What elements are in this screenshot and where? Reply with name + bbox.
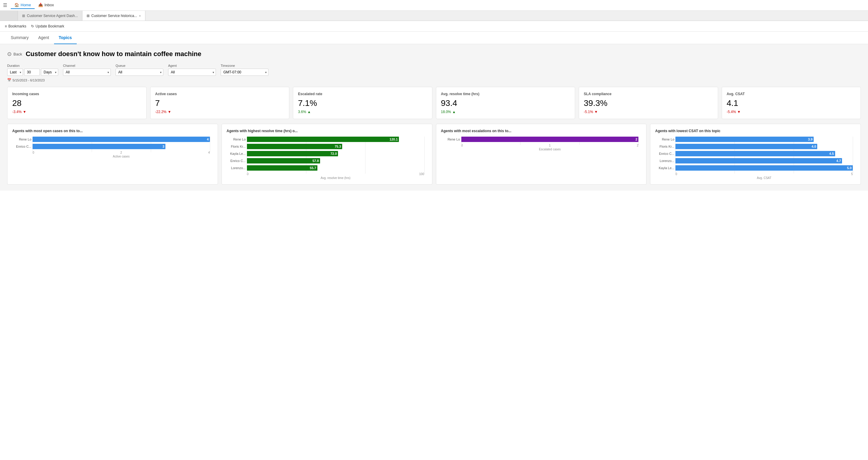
- queue-filter: Queue All: [116, 64, 163, 76]
- bar-label: Lorenzo...: [655, 158, 674, 163]
- update-icon: ↻: [31, 24, 34, 28]
- chart-card: Agents with lowest CSAT on this topic Re…: [650, 124, 861, 185]
- hamburger-icon[interactable]: ☰: [3, 2, 7, 8]
- inbox-label: Inbox: [44, 3, 54, 7]
- update-bookmark-button[interactable]: ↻ Update Bookmark: [31, 24, 64, 28]
- bar: 4: [33, 137, 210, 142]
- tab2-icon: ⊞: [87, 14, 90, 18]
- channel-filter: Channel All: [63, 64, 111, 76]
- chart-card: Agents with most open cases on this to..…: [7, 124, 218, 185]
- queue-select[interactable]: All: [116, 69, 163, 76]
- kpi-change: -3.4% ▼: [12, 110, 142, 114]
- bar: 120.1: [247, 137, 399, 142]
- agent-select[interactable]: All: [168, 69, 216, 76]
- kpi-value: 93.4: [441, 98, 570, 108]
- tab-topics[interactable]: Topics: [54, 32, 77, 44]
- bookmarks-button[interactable]: ≡ Bookmarks: [5, 24, 26, 28]
- back-button[interactable]: ⊙ Back: [7, 51, 22, 57]
- chart-title: Agents with most escalations on this to.…: [441, 129, 642, 133]
- channel-select[interactable]: All: [63, 69, 111, 76]
- bar-row: Enrico C... 57.8: [247, 158, 424, 163]
- kpi-card: Avg. CSAT 4.1 -5.4% ▼: [722, 87, 861, 119]
- kpi-arrow-icon: ▼: [594, 110, 598, 114]
- bar-label: Floris Kr...: [655, 144, 674, 149]
- axis-title: Active cases: [33, 155, 210, 158]
- axis-label: 0: [675, 172, 677, 176]
- bar-label: Enrico C...: [227, 158, 246, 163]
- tab-agent-dash[interactable]: ⊞ Customer Service Agent Dash...: [18, 11, 83, 21]
- filters: Duration Last Days Chann: [7, 64, 861, 76]
- bar-label: Kayla Le...: [227, 151, 246, 156]
- kpi-change-value: -5.4%: [727, 110, 736, 114]
- axis-label: 100: [419, 172, 424, 176]
- bar-value: 2: [636, 137, 637, 141]
- timezone-select[interactable]: GMT-07:00: [221, 69, 269, 76]
- bar-label: Floris Kr...: [227, 144, 246, 149]
- bar-label: Enrico C...: [12, 144, 31, 149]
- bar-row: Rene Lo 3.9: [675, 137, 853, 142]
- chart-card: Agents with highest resolve time (hrs) o…: [222, 124, 432, 185]
- kpi-value: 7: [155, 98, 284, 108]
- chart-title: Agents with highest resolve time (hrs) o…: [227, 129, 427, 133]
- days-select[interactable]: Days: [41, 69, 58, 76]
- kpi-label: Avg. CSAT: [727, 92, 856, 96]
- agent-filter: Agent All: [168, 64, 216, 76]
- axis-label: 0: [33, 151, 34, 154]
- back-label: Back: [13, 52, 22, 56]
- kpi-change: -5.4% ▼: [727, 110, 856, 114]
- bar-value: 5.0: [847, 166, 851, 170]
- axis-label: 2: [120, 151, 122, 154]
- kpi-row: Incoming cases 28 -3.4% ▼ Active cases 7…: [7, 87, 861, 119]
- inbox-icon: 📥: [38, 3, 43, 7]
- kpi-value: 39.3%: [584, 98, 713, 108]
- bar-row: Rene Lo 120.1: [247, 137, 424, 142]
- bar-value: 72.0: [331, 152, 337, 156]
- tab-agent[interactable]: Agent: [33, 32, 54, 44]
- duration-input[interactable]: [24, 69, 40, 76]
- channel-label: Channel: [63, 64, 111, 67]
- axis-label: 5: [851, 172, 853, 176]
- bar-row: Rene Lo 2: [461, 137, 639, 142]
- bar-row: Floris Kr... 75.3: [247, 144, 424, 149]
- agent-label: Agent: [168, 64, 216, 67]
- bar-label: Kayla Le...: [655, 165, 674, 171]
- kpi-label: SLA compliance: [584, 92, 713, 96]
- bar-label: Enrico C...: [655, 151, 674, 156]
- bar-label: Rene Lo: [12, 137, 31, 142]
- bar: 3.9: [675, 137, 814, 142]
- tab-summary[interactable]: Summary: [6, 32, 33, 44]
- page-header: ⊙ Back Customer doesn't know how to main…: [7, 50, 861, 58]
- home-label: Home: [21, 3, 31, 7]
- tab-historical[interactable]: ⊞ Customer Service historica... ×: [83, 11, 146, 21]
- bar: 57.8: [247, 158, 320, 163]
- kpi-value: 28: [12, 98, 142, 108]
- axis-label: 0: [247, 172, 249, 176]
- kpi-arrow-icon: ▲: [452, 110, 456, 114]
- last-select[interactable]: Last: [7, 69, 23, 76]
- bar: 55.7: [247, 165, 317, 171]
- bar: 75.3: [247, 144, 342, 149]
- calendar-icon: 📅: [7, 78, 11, 82]
- tab-close-icon[interactable]: ×: [139, 14, 141, 18]
- axis-label: 0: [461, 144, 463, 147]
- kpi-card: SLA compliance 39.3% -5.1% ▼: [579, 87, 718, 119]
- home-button[interactable]: 🏠 Home: [11, 1, 35, 9]
- home-icon: 🏠: [14, 3, 19, 7]
- nav-tabs: Summary Agent Topics: [0, 32, 868, 44]
- kpi-change-value: -3.4%: [12, 110, 22, 114]
- kpi-arrow-icon: ▲: [307, 110, 311, 114]
- bar-value: 4.0: [812, 145, 816, 148]
- kpi-change: 3.6% ▲: [298, 110, 427, 114]
- content-area: ⊙ Back Customer doesn't know how to main…: [0, 44, 868, 191]
- inbox-button[interactable]: 📥 Inbox: [35, 1, 58, 9]
- chart-card: Agents with most escalations on this to.…: [436, 124, 647, 185]
- bar-value: 4.5: [829, 152, 834, 156]
- bar: 2: [461, 137, 639, 142]
- bar: 5.0: [675, 165, 853, 171]
- duration-label: Duration: [7, 64, 58, 67]
- top-bar: ☰ 🏠 Home 📥 Inbox: [0, 0, 868, 11]
- kpi-card: Active cases 7 -22.2% ▼: [150, 87, 290, 119]
- axis-label: 2: [637, 144, 639, 147]
- kpi-value: 4.1: [727, 98, 856, 108]
- bar: 4.0: [675, 144, 817, 149]
